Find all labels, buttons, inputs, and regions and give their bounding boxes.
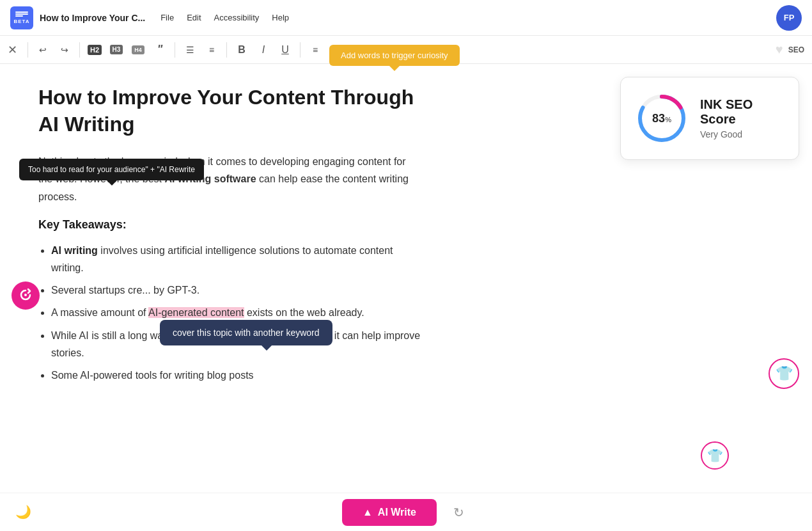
list-item-2: Several startups cre... by GPT-3. [51, 281, 422, 299]
ai-write-icon: ▲ [363, 507, 373, 518]
seo-score-title: INK SEO Score [700, 97, 783, 127]
refresh-button[interactable]: ↻ [447, 501, 470, 524]
favorite-button[interactable]: ♥ [776, 42, 783, 57]
yellow-tooltip: Add words to trigger curiosity [329, 45, 460, 66]
ai-rewrite-icon[interactable] [12, 281, 40, 310]
menu-bar: BETA How to Improve Your C... File Edit … [0, 0, 812, 36]
dark-mode-toggle[interactable]: 🌙 [13, 502, 33, 522]
h2-button[interactable]: H2 [85, 41, 104, 59]
app-logo: BETA [10, 6, 33, 29]
toolbar-separator-3 [175, 42, 175, 58]
ai-write-button[interactable]: ▲ AI Write [342, 499, 437, 526]
h4-button[interactable]: H4 [129, 41, 148, 59]
underline-button[interactable]: U [276, 41, 295, 59]
pink-icon-shirt-2[interactable]: 👕 [701, 441, 729, 470]
toolbar-separator-5 [300, 42, 301, 58]
seo-score-info: INK SEO Score Very Good [700, 97, 783, 139]
menu-help[interactable]: Help [272, 13, 289, 22]
menu-accessibility[interactable]: Accessibility [214, 13, 260, 22]
seo-button[interactable]: SEO [788, 45, 804, 54]
score-circle: 83% [636, 93, 687, 144]
seo-score-value: 83% [652, 112, 671, 125]
align-button[interactable]: ≡ [306, 41, 325, 59]
list-item-5: Some AI-powered tools for writing blog p… [51, 367, 422, 384]
logo-area: BETA How to Improve Your C... [10, 6, 145, 29]
svg-point-0 [24, 294, 27, 296]
toolbar-separator-2 [79, 42, 80, 58]
list-item-3: A massive amount of AI-generated content… [51, 304, 422, 321]
main-menu: File Edit Accessibility Help [160, 13, 289, 22]
beta-label: BETA [13, 19, 29, 24]
menu-file[interactable]: File [160, 13, 174, 22]
toolbar-separator-1 [27, 42, 28, 58]
main-area: Too hard to read for your audience" + "A… [0, 64, 812, 531]
pink-icon-shirt-1[interactable]: 👕 [769, 358, 799, 389]
h3-button[interactable]: H3 [107, 41, 126, 59]
section-heading: Key Takeaways: [38, 218, 774, 232]
list-item-1: AI writing involves using artificial int… [51, 242, 422, 276]
seo-score-card: 83% INK SEO Score Very Good [620, 77, 799, 160]
user-avatar[interactable]: FP [776, 5, 802, 31]
menu-edit[interactable]: Edit [187, 13, 201, 22]
bullet-list-button[interactable]: ☰ [180, 41, 199, 59]
quote-button[interactable]: " [150, 41, 169, 59]
app-title: How to Improve Your C... [40, 13, 145, 23]
close-icon[interactable]: ✕ [8, 43, 17, 57]
seo-score-subtitle: Very Good [700, 129, 783, 139]
toolbar-right: ♥ SEO [776, 42, 804, 57]
bottom-bar: ▲ AI Write ↻ [0, 493, 812, 531]
black-tooltip: Too hard to read for your audience" + "A… [19, 159, 204, 180]
ordered-list-button[interactable]: ≡ [202, 41, 221, 59]
bullet-list: AI writing involves using artificial int… [38, 242, 422, 384]
italic-button[interactable]: I [254, 41, 273, 59]
bold-button[interactable]: B [232, 41, 251, 59]
toolbar-separator-4 [226, 42, 227, 58]
redo-button[interactable]: ↪ [55, 41, 74, 59]
undo-button[interactable]: ↩ [33, 41, 52, 59]
document-title: How to Improve Your Content Through AI W… [38, 84, 435, 138]
dark-blue-tooltip: cover this topic with another keyword [160, 320, 332, 345]
